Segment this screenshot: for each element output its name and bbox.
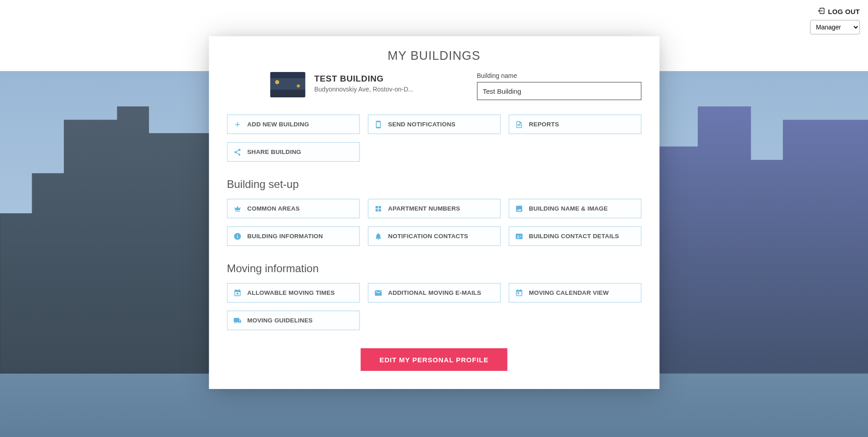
share-icon (233, 148, 242, 157)
tile-label: NOTIFICATION CONTACTS (388, 233, 468, 240)
logout-label: LOG OUT (828, 8, 860, 15)
tile-label: BUILDING CONTACT DETAILS (529, 233, 619, 240)
image-icon (514, 204, 523, 213)
document-icon (514, 120, 523, 129)
notification-contacts-button[interactable]: NOTIFICATION CONTACTS (368, 226, 500, 246)
tile-label: BUILDING NAME & IMAGE (529, 205, 608, 212)
share-building-button[interactable]: SHARE BUILDING (227, 142, 360, 162)
building-name-input[interactable] (477, 82, 641, 100)
tile-label: MOVING CALENDAR VIEW (529, 289, 609, 296)
building-header: TEST BUILDING Budyonnovskiy Ave, Rostov-… (227, 72, 641, 100)
plus-icon (233, 120, 242, 129)
tile-label: ADD NEW BUILDING (247, 121, 309, 128)
setup-grid: COMMON AREAS APARTMENT NUMBERS BUILDING … (227, 199, 641, 246)
additional-moving-emails-button[interactable]: ADDITIONAL MOVING E-MAILS (368, 283, 500, 303)
building-contact-details-button[interactable]: BUILDING CONTACT DETAILS (508, 226, 641, 246)
crown-icon (233, 204, 242, 213)
info-icon (233, 232, 242, 241)
page-title: MY BUILDINGS (227, 49, 641, 63)
tile-label: SEND NOTIFICATIONS (388, 121, 456, 128)
building-info: TEST BUILDING Budyonnovskiy Ave, Rostov-… (314, 72, 468, 93)
role-select[interactable]: Manager (810, 20, 860, 34)
apartment-numbers-button[interactable]: APARTMENT NUMBERS (368, 199, 500, 218)
tile-label: APARTMENT NUMBERS (388, 205, 460, 212)
main-panel: MY BUILDINGS TEST BUILDING Budyonnovskiy… (209, 36, 659, 389)
topbar: LOG OUT Manager (810, 0, 868, 34)
building-address: Budyonnovskiy Ave, Rostov-on-D... (314, 86, 421, 93)
clock-calendar-icon (233, 288, 242, 298)
phone-notification-icon (374, 120, 383, 129)
allowable-moving-times-button[interactable]: ALLOWABLE MOVING TIMES (227, 283, 360, 303)
bell-icon (374, 232, 383, 241)
contact-card-icon (514, 232, 523, 241)
actions-grid: ADD NEW BUILDING SEND NOTIFICATIONS REPO… (227, 115, 641, 162)
tile-label: SHARE BUILDING (247, 149, 301, 155)
tile-label: REPORTS (529, 121, 559, 128)
logout-link[interactable]: LOG OUT (817, 7, 860, 16)
truck-icon (233, 316, 242, 325)
reports-button[interactable]: REPORTS (508, 115, 641, 134)
tile-label: ALLOWABLE MOVING TIMES (247, 289, 335, 296)
moving-guidelines-button[interactable]: MOVING GUIDELINES (227, 311, 360, 330)
building-thumbnail[interactable] (270, 72, 305, 97)
building-name-image-button[interactable]: BUILDING NAME & IMAGE (508, 199, 641, 218)
tile-label: BUILDING INFORMATION (247, 233, 323, 240)
add-new-building-button[interactable]: ADD NEW BUILDING (227, 115, 360, 134)
moving-section-title: Moving information (227, 262, 641, 275)
building-name-field: Building name (477, 72, 641, 100)
logout-icon (817, 7, 825, 16)
setup-section-title: Building set-up (227, 178, 641, 191)
tile-label: MOVING GUIDELINES (247, 317, 312, 324)
mail-icon (374, 288, 383, 298)
grid-icon (374, 204, 383, 213)
tile-label: COMMON AREAS (247, 205, 300, 212)
building-information-button[interactable]: BUILDING INFORMATION (227, 226, 360, 246)
tile-label: ADDITIONAL MOVING E-MAILS (388, 289, 481, 296)
moving-calendar-view-button[interactable]: MOVING CALENDAR VIEW (508, 283, 641, 303)
moving-grid: ALLOWABLE MOVING TIMES ADDITIONAL MOVING… (227, 283, 641, 330)
edit-profile-button[interactable]: EDIT MY PERSONAL PROFILE (360, 348, 508, 371)
common-areas-button[interactable]: COMMON AREAS (227, 199, 360, 218)
send-notifications-button[interactable]: SEND NOTIFICATIONS (368, 115, 500, 134)
building-name-label: TEST BUILDING (314, 74, 468, 84)
calendar-icon (514, 288, 523, 298)
building-name-input-label: Building name (477, 72, 641, 79)
